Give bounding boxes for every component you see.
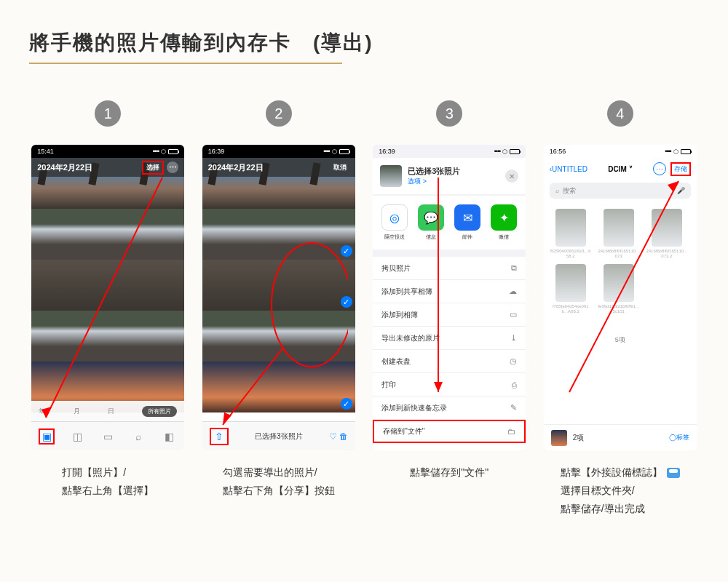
search-icon: ⌕ xyxy=(555,187,559,194)
photo-thumb[interactable] xyxy=(202,209,253,260)
status-bar: 16:39 xyxy=(202,145,355,158)
import-tab-icon[interactable]: ◧ xyxy=(161,428,177,445)
tag-button[interactable]: ◯标签 xyxy=(669,433,689,442)
photo-thumb[interactable] xyxy=(253,209,304,260)
step-caption-4: 點擊【外接設備標誌】 選擇目標文件夾/點擊儲存/導出完成 xyxy=(561,463,680,522)
step-number-1: 1 xyxy=(95,100,121,127)
share-icon[interactable]: ⇧ xyxy=(210,428,229,445)
step-4: 4 16:56 ‹ UNTITLED DCIM ˅ ⋯ 存储 ⌕ 搜索 B25f… xyxy=(542,100,700,522)
step-number-2: 2 xyxy=(266,100,292,127)
step-caption-1: 打開【照片】/ 點擊右上角【選擇】 xyxy=(62,463,154,522)
shihuo-action[interactable]: 识货 APP 拍照搜◉ xyxy=(373,443,526,450)
sheet-options-link[interactable]: 选项 > xyxy=(408,177,460,186)
photo-thumb[interactable] xyxy=(133,311,184,362)
photo-thumb[interactable]: ✓ xyxy=(304,209,355,260)
print-icon: ⎙ xyxy=(512,380,517,389)
file-item[interactable]: B25f0400951f6d1...b58.2 xyxy=(550,209,592,258)
photo-thumb[interactable] xyxy=(31,311,82,362)
battery-icon xyxy=(168,149,178,154)
step-caption-2: 勾選需要導出的照片/ 點擊右下角【分享】按鈕 xyxy=(223,463,335,522)
status-time: 16:39 xyxy=(379,148,395,155)
step-3: 3 16:39 已选择3张照片 选项 > ✕ ◎隔空投送 💬信息 ✉邮件 ✦微信 xyxy=(371,100,529,522)
photo-thumb[interactable] xyxy=(202,260,253,311)
photo-thumb[interactable] xyxy=(202,362,253,412)
photo-thumb[interactable] xyxy=(202,311,253,362)
photo-thumb[interactable]: ✓ xyxy=(304,362,355,412)
photo-thumb[interactable]: ✓ xyxy=(304,260,355,311)
scrubber-year[interactable]: 年 xyxy=(39,407,45,416)
signal-icon xyxy=(323,148,330,155)
photo-thumb[interactable] xyxy=(82,260,133,311)
select-button[interactable]: 选择 xyxy=(142,161,164,175)
photo-thumb[interactable] xyxy=(253,260,304,311)
photo-thumb[interactable] xyxy=(253,311,304,362)
photo-thumb[interactable] xyxy=(304,311,355,362)
list-label: 导出未修改的原片 xyxy=(381,333,440,343)
photos-date: 2024年2月22日 xyxy=(208,162,264,173)
list-label: 添加到相簿 xyxy=(381,310,418,320)
more-button[interactable]: ⋯ xyxy=(653,162,666,175)
search-tab-icon[interactable]: ⌕ xyxy=(130,428,146,445)
step-1: 1 15:41 2024年2月22日 选择 ⋯ xyxy=(29,100,187,522)
airdrop-icon: ◎ xyxy=(381,204,408,231)
file-item[interactable]: fe09d13f3216f0ff91...5c101 xyxy=(598,264,640,314)
close-icon[interactable]: ✕ xyxy=(505,170,518,183)
tab-bar: ▣ ◫ ▭ ⌕ ◧ xyxy=(31,421,184,450)
messages-icon: 💬 xyxy=(418,204,444,231)
scrubber-month[interactable]: 月 xyxy=(74,407,80,416)
foryou-tab-icon[interactable]: ◫ xyxy=(69,428,85,445)
photo-thumb[interactable] xyxy=(82,209,133,260)
photo-thumb[interactable] xyxy=(31,260,82,311)
quicknote-action[interactable]: 添加到新快速备忘录✎ xyxy=(373,396,526,420)
pending-files-bar: 2项 ◯标签 xyxy=(544,424,697,450)
battery-icon xyxy=(510,149,520,154)
photo-thumb[interactable] xyxy=(31,209,82,260)
sheet-title: 已选择3张照片 xyxy=(408,166,460,177)
search-field[interactable]: ⌕ 搜索 xyxy=(550,183,691,199)
status-bar: 15:41 xyxy=(31,145,184,158)
photo-grid[interactable] xyxy=(31,158,184,421)
file-item[interactable]: f765fa94d54xe091b...A08.2 xyxy=(550,264,592,314)
print-action[interactable]: 打印⎙ xyxy=(373,373,526,396)
mic-icon[interactable] xyxy=(677,187,685,194)
trash-icon[interactable]: 🗑 xyxy=(339,431,348,442)
photo-thumb[interactable] xyxy=(82,311,133,362)
library-tab-icon[interactable]: ▣ xyxy=(39,428,55,445)
messages-app[interactable]: 💬信息 xyxy=(418,204,444,241)
list-label: 存储到"文件" xyxy=(383,426,424,436)
cancel-button[interactable]: 取消 xyxy=(331,162,349,173)
scrubber-all[interactable]: 所有照片 xyxy=(142,406,177,417)
photo-thumb[interactable] xyxy=(253,362,304,412)
wifi-icon xyxy=(502,148,507,155)
mail-app[interactable]: ✉邮件 xyxy=(454,204,480,241)
save-button[interactable]: 存储 xyxy=(670,162,691,176)
scrubber-day[interactable]: 日 xyxy=(108,407,114,416)
shared-album-action[interactable]: 添加到共享相簿☁ xyxy=(373,280,526,303)
export-original-action[interactable]: 导出未修改的原片⤓ xyxy=(373,327,526,350)
nav-title[interactable]: DCIM ˅ xyxy=(592,165,649,173)
step-caption-3: 點擊儲存到"文件" xyxy=(410,463,488,522)
favorite-icon[interactable]: ♡ xyxy=(329,431,337,442)
wechat-app[interactable]: ✦微信 xyxy=(491,204,517,241)
airdrop-app[interactable]: ◎隔空投送 xyxy=(381,204,408,241)
phone-1: 15:41 2024年2月22日 选择 ⋯ xyxy=(31,145,184,450)
page-title: 將手機的照片傳輸到內存卡 (導出) xyxy=(29,29,699,57)
app-label: 邮件 xyxy=(462,234,472,241)
list-label: 打印 xyxy=(381,380,396,390)
albums-tab-icon[interactable]: ▭ xyxy=(100,428,116,445)
back-button[interactable]: ‹ UNTITLED xyxy=(550,165,587,173)
more-icon[interactable]: ⋯ xyxy=(167,162,178,173)
photo-grid[interactable]: ✓ ✓ ✓ xyxy=(202,158,355,421)
photos-date: 2024年2月22日 xyxy=(37,162,92,173)
copy-photos-action[interactable]: 拷贝照片⧉ xyxy=(373,257,526,280)
wifi-icon xyxy=(332,148,337,155)
photo-thumb[interactable] xyxy=(133,209,184,260)
file-item[interactable]: 2416f6b8f6f165110...073.2 xyxy=(646,209,688,258)
file-item[interactable]: 2416f6b8f6f165110...073 xyxy=(598,209,640,258)
watchface-action[interactable]: 创建表盘◷ xyxy=(373,350,526,373)
note-icon: ✎ xyxy=(510,403,517,412)
add-album-action[interactable]: 添加到相簿▭ xyxy=(373,303,526,327)
save-to-files-action[interactable]: 存储到"文件"🗀 xyxy=(373,420,526,443)
date-scrubber[interactable]: 年 月 日 所有照片 xyxy=(31,401,184,421)
photo-thumb[interactable] xyxy=(133,260,184,311)
